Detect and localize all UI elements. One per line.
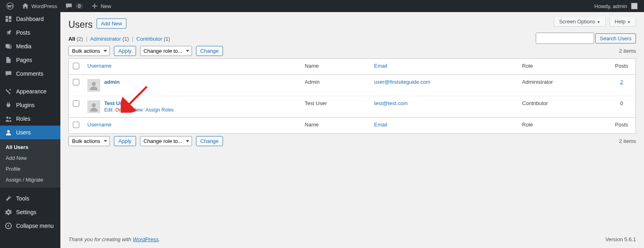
view-link[interactable]: View xyxy=(132,107,143,113)
username-link[interactable]: Test User xyxy=(104,100,128,106)
site-name: WordPress xyxy=(31,3,57,9)
posts-count: 0 xyxy=(620,100,623,106)
table-row: Test UserEdit|Delete|View|Assign RolesTe… xyxy=(69,96,636,118)
site-home[interactable]: WordPress xyxy=(19,0,60,12)
role-cell: Administrator xyxy=(518,75,607,96)
menu-media[interactable]: Media xyxy=(0,39,60,53)
svg-point-3 xyxy=(9,117,11,119)
users-submenu: All UsersAdd NewProfileAssign / Migrate xyxy=(0,139,60,188)
col-role: Role xyxy=(518,59,607,75)
name-cell: Test User xyxy=(301,96,370,118)
new-content[interactable]: New xyxy=(88,0,114,12)
items-count-bottom: 2 items xyxy=(619,138,636,144)
username-link[interactable]: admin xyxy=(104,79,120,85)
submenu-assign---migrate[interactable]: Assign / Migrate xyxy=(0,174,60,185)
wp-logo[interactable] xyxy=(3,0,17,12)
submenu-profile[interactable]: Profile xyxy=(0,163,60,174)
screen-options-button[interactable]: Screen Options▼ xyxy=(554,17,606,27)
search-users-button[interactable]: Search Users xyxy=(595,33,636,43)
role-cell: Contributor xyxy=(518,96,607,118)
submenu-add-new[interactable]: Add New xyxy=(0,153,60,163)
svg-point-8 xyxy=(92,103,96,107)
col-posts: Posts xyxy=(608,59,636,75)
filter-contributor[interactable]: Contributor xyxy=(136,36,162,42)
avatar xyxy=(87,79,100,92)
svg-point-7 xyxy=(92,82,96,86)
change-role-button[interactable]: Change xyxy=(196,46,223,56)
version-text: Version 5.6.1 xyxy=(605,236,636,242)
edit-link[interactable]: Edit xyxy=(104,107,113,113)
bulk-apply-button-bottom[interactable]: Apply xyxy=(114,136,136,146)
posts-count-link[interactable]: 2 xyxy=(620,79,623,85)
select-all-bottom[interactable] xyxy=(73,122,79,128)
submenu-all-users[interactable]: All Users xyxy=(0,142,60,153)
wordpress-icon xyxy=(6,2,14,10)
menu-comments[interactable]: Comments xyxy=(0,67,60,81)
items-count: 2 items xyxy=(619,48,636,54)
col-email: Email xyxy=(370,59,518,75)
menu-users[interactable]: Users xyxy=(0,126,60,139)
comment-icon xyxy=(65,2,72,10)
admin-bar: WordPress 0 New Howdy, admin xyxy=(0,0,644,12)
menu-pages[interactable]: Pages xyxy=(0,53,60,67)
menu-settings[interactable]: Settings xyxy=(0,205,60,219)
wordpress-link[interactable]: WordPress xyxy=(133,236,159,242)
row-checkbox[interactable] xyxy=(73,100,79,107)
menu-roles[interactable]: Roles xyxy=(0,112,60,126)
avatar xyxy=(87,100,100,113)
main-content: Screen Options▼ Help▼ Users Add New Sear… xyxy=(60,12,644,248)
help-button[interactable]: Help▼ xyxy=(609,17,636,27)
admin-sidebar: DashboardPostsMediaPagesCommentsAppearan… xyxy=(0,12,60,248)
page-title: Users xyxy=(68,19,93,30)
filter-all[interactable]: All xyxy=(68,36,75,42)
users-table: Username Name Email Role Posts adminAdmi… xyxy=(68,58,636,134)
comments-count: 0 xyxy=(76,3,83,9)
svg-point-5 xyxy=(8,211,10,213)
comments-bubble[interactable]: 0 xyxy=(62,0,86,12)
menu-posts[interactable]: Posts xyxy=(0,26,60,39)
menu-appearance[interactable]: Appearance xyxy=(0,85,60,98)
tablenav-top: Bulk actions Apply Change role to... Cha… xyxy=(68,46,636,56)
assign-roles-link[interactable]: Assign Roles xyxy=(146,107,174,113)
avatar-icon xyxy=(631,3,638,9)
new-label: New xyxy=(101,3,111,9)
admin-footer: Thank you for creating with WordPress. V… xyxy=(60,231,644,248)
select-all-top[interactable] xyxy=(73,63,79,69)
svg-point-4 xyxy=(7,130,10,132)
change-role-button-bottom[interactable]: Change xyxy=(196,136,223,146)
home-icon xyxy=(22,2,29,10)
col-username: Username xyxy=(83,59,301,75)
change-role-select[interactable]: Change role to... xyxy=(140,46,192,56)
svg-point-2 xyxy=(6,117,8,119)
email-link[interactable]: test@test.com xyxy=(374,100,408,106)
bulk-actions-select[interactable]: Bulk actions xyxy=(68,46,110,56)
menu-dashboard[interactable]: Dashboard xyxy=(0,12,60,26)
row-actions: Edit|Delete|View|Assign Roles xyxy=(104,107,174,113)
howdy-account[interactable]: Howdy, admin xyxy=(591,0,641,12)
tablenav-bottom: Bulk actions Apply Change role to... Cha… xyxy=(68,136,636,146)
bulk-apply-button[interactable]: Apply xyxy=(114,46,136,56)
table-row: adminAdminuser@firstsiteguide.comAdminis… xyxy=(69,75,636,96)
delete-link[interactable]: Delete xyxy=(116,107,130,113)
add-new-button[interactable]: Add New xyxy=(97,19,127,29)
howdy-text: Howdy, admin xyxy=(594,3,627,9)
name-cell: Admin xyxy=(301,75,370,96)
svg-point-1 xyxy=(6,45,8,46)
filter-administrator[interactable]: Administrator xyxy=(90,36,121,42)
bulk-actions-select-bottom[interactable]: Bulk actions xyxy=(68,136,110,146)
change-role-select-bottom[interactable]: Change role to... xyxy=(140,136,192,146)
col-name: Name xyxy=(301,59,370,75)
search-box: Search Users xyxy=(536,33,636,44)
menu-plugins[interactable]: Plugins xyxy=(0,98,60,112)
menu-tools[interactable]: Tools xyxy=(0,192,60,205)
plus-icon xyxy=(91,2,98,10)
row-checkbox[interactable] xyxy=(73,79,79,85)
search-input[interactable] xyxy=(536,33,594,44)
email-link[interactable]: user@firstsiteguide.com xyxy=(374,79,431,85)
menu-collapse-menu[interactable]: Collapse menu xyxy=(0,219,60,233)
